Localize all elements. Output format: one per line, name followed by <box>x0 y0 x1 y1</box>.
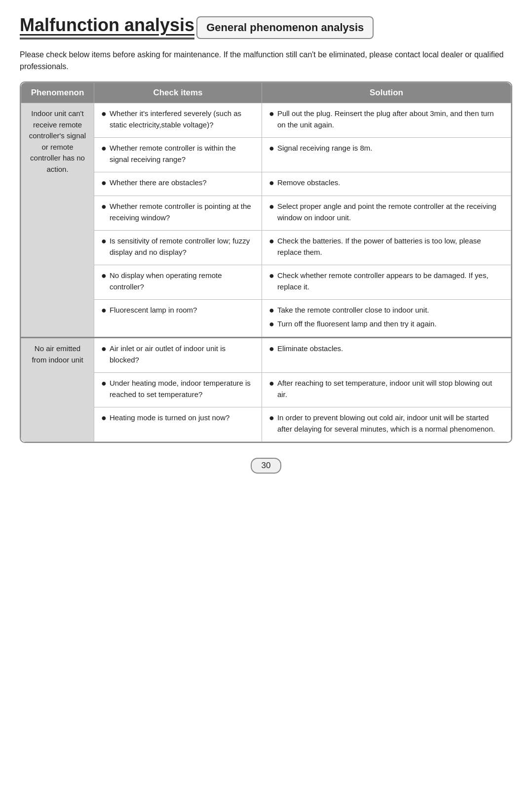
bullet-icon: ● <box>101 305 107 316</box>
solution-cell: ●Check the batteries. If the power of ba… <box>262 231 511 265</box>
solution-cell: ●Remove obstacles. <box>262 172 511 196</box>
solution-cell: ●Pull out the plug. Reinsert the plug af… <box>262 103 511 138</box>
check-item-cell: ●No display when operating remote contro… <box>94 265 262 300</box>
check-text: Whether remote controller is within the … <box>110 143 255 165</box>
check-item-cell: ●Whether it's interfered severely (such … <box>94 103 262 138</box>
check-item-cell: ●Whether remote controller is pointing a… <box>94 196 262 231</box>
table-row: Indoor unit can't receive remote control… <box>21 103 511 138</box>
solution-text: Pull out the plug. Reinsert the plug aft… <box>277 108 504 130</box>
page-number-container: 30 <box>20 458 512 474</box>
bullet-icon: ● <box>101 108 107 120</box>
solution-text: Signal receiving range is 8m. <box>277 143 373 154</box>
bullet-icon: ● <box>269 201 274 212</box>
solution-text: After reaching to set temperature, indoo… <box>277 378 504 400</box>
bullet-icon: ● <box>101 177 107 189</box>
bullet-icon: ● <box>101 143 107 154</box>
table-row: ●Whether there are obstacles?●Remove obs… <box>21 172 511 196</box>
table-row: ●Fluorescent lamp in room?●Take the remo… <box>21 300 511 338</box>
check-text: No display when operating remote control… <box>110 270 255 292</box>
check-text: Heating mode is turned on just now? <box>110 412 229 424</box>
solution-cell: ●Take the remote controller close to ind… <box>262 300 511 338</box>
bullet-icon: ● <box>269 305 274 316</box>
check-text: Under heating mode, indoor temperature i… <box>110 378 255 400</box>
solution-text: Eliminate obstacles. <box>277 343 343 355</box>
solution-cell: ●Select proper angle and point the remot… <box>262 196 511 231</box>
table-row: No air emitted from indoor unit●Air inle… <box>21 338 511 373</box>
solution-text: Check whether remote controller appears … <box>277 270 504 292</box>
check-text: Whether remote controller is pointing at… <box>110 201 255 223</box>
header-check-items: Check items <box>94 83 262 103</box>
page-number: 30 <box>251 458 282 474</box>
table-row: ●No display when operating remote contro… <box>21 265 511 300</box>
bullet-icon: ● <box>269 236 274 247</box>
bullet-icon: ● <box>269 343 274 355</box>
check-text: Whether it's interfered severely (such a… <box>110 108 255 130</box>
check-text: Fluorescent lamp in room? <box>110 305 197 316</box>
solution-text: Take the remote controller close to indo… <box>277 305 429 316</box>
check-text: Air inlet or air outlet of indoor unit i… <box>110 343 255 365</box>
header-phenomenon: Phenomenon <box>21 83 94 103</box>
check-item-cell: ●Is sensitivity of remote controller low… <box>94 231 262 265</box>
check-item-cell: ●Whether there are obstacles? <box>94 172 262 196</box>
check-text: Is sensitivity of remote controller low;… <box>110 236 255 258</box>
phenomenon-cell-1: No air emitted from indoor unit <box>21 338 94 442</box>
check-item-cell: ●Heating mode is turned on just now? <box>94 407 262 442</box>
bullet-icon: ● <box>269 378 274 389</box>
bullet-icon: ● <box>101 201 107 212</box>
table-row: ●Heating mode is turned on just now?●In … <box>21 407 511 442</box>
table-row: ●Whether remote controller is within the… <box>21 138 511 172</box>
bullet-icon: ● <box>101 378 107 389</box>
section-badge: General phenomenon analysis <box>196 16 374 39</box>
solution-text: Select proper angle and point the remote… <box>277 201 504 223</box>
solution-cell: ●After reaching to set temperature, indo… <box>262 373 511 407</box>
bullet-icon: ● <box>269 412 274 424</box>
intro-text: Please check below items before asking f… <box>20 49 512 73</box>
solution-cell: ●Check whether remote controller appears… <box>262 265 511 300</box>
solution-text: Remove obstacles. <box>277 177 341 189</box>
check-item-cell: ●Air inlet or air outlet of indoor unit … <box>94 338 262 373</box>
main-table-wrapper: Phenomenon Check items Solution Indoor u… <box>20 81 512 443</box>
phenomenon-cell-0: Indoor unit can't receive remote control… <box>21 103 94 338</box>
check-item-cell: ●Whether remote controller is within the… <box>94 138 262 172</box>
bullet-icon: ● <box>269 143 274 154</box>
table-row: ●Is sensitivity of remote controller low… <box>21 231 511 265</box>
page-title: Malfunction analysis <box>20 15 194 40</box>
malfunction-table: Phenomenon Check items Solution Indoor u… <box>21 82 511 442</box>
bullet-icon: ● <box>101 343 107 355</box>
solution-cell: ●Eliminate obstacles. <box>262 338 511 373</box>
bullet-icon: ● <box>101 270 107 281</box>
bullet-icon: ● <box>101 236 107 247</box>
check-item-cell: ●Under heating mode, indoor temperature … <box>94 373 262 407</box>
check-text: Whether there are obstacles? <box>110 177 207 189</box>
bullet-icon: ● <box>269 108 274 120</box>
table-row: ●Whether remote controller is pointing a… <box>21 196 511 231</box>
solution-cell: ●Signal receiving range is 8m. <box>262 138 511 172</box>
table-row: ●Under heating mode, indoor temperature … <box>21 373 511 407</box>
bullet-icon: ● <box>269 177 274 189</box>
bullet-icon: ● <box>269 319 274 330</box>
check-item-cell: ●Fluorescent lamp in room? <box>94 300 262 338</box>
header-solution: Solution <box>262 83 511 103</box>
solution-text: Check the batteries. If the power of bat… <box>277 236 504 258</box>
solution-text: Turn off the fluoresent lamp and then tr… <box>277 319 437 330</box>
bullet-icon: ● <box>101 412 107 424</box>
solution-text: In order to prevent blowing out cold air… <box>277 412 504 435</box>
solution-cell: ●In order to prevent blowing out cold ai… <box>262 407 511 442</box>
bullet-icon: ● <box>269 270 274 281</box>
